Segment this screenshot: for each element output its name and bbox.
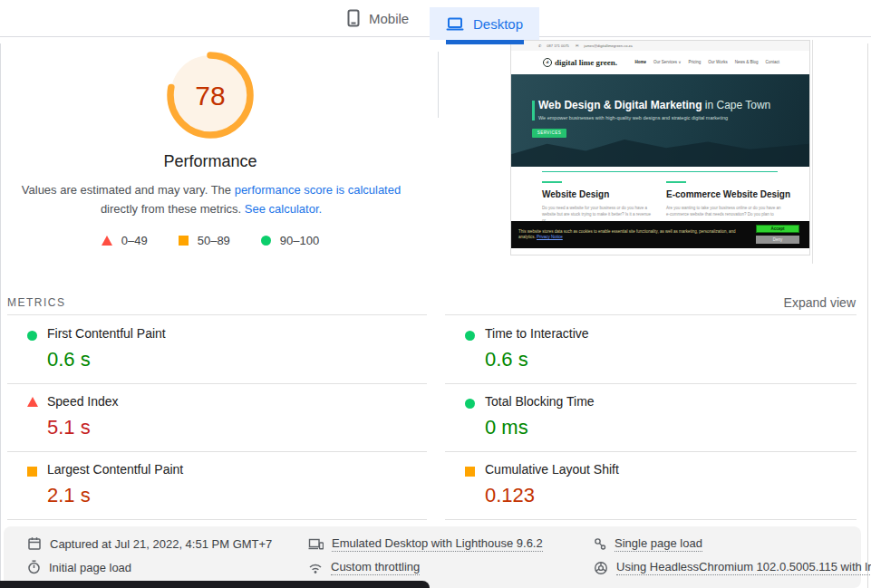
metric-value: 5.1 s bbox=[47, 416, 91, 439]
cookie-banner: This website stores data such as cookies… bbox=[511, 221, 809, 248]
tab-mobile-label: Mobile bbox=[369, 11, 409, 26]
performance-gauge[interactable]: 78 bbox=[167, 52, 254, 139]
env-throttling[interactable]: Custom throttling bbox=[308, 560, 420, 575]
expand-view-button[interactable]: Expand view bbox=[784, 295, 856, 310]
metric-time-to-interactive: Time to Interactive 0.6 s bbox=[445, 315, 856, 384]
tab-mobile[interactable]: Mobile bbox=[347, 0, 409, 36]
network-throttling-icon bbox=[308, 562, 323, 574]
runtime-settings-footer: Captured at Jul 21, 2022, 4:51 PM GMT+7 … bbox=[4, 526, 861, 588]
env-single-load[interactable]: Single page load bbox=[594, 536, 702, 552]
hero-accent-bar bbox=[532, 101, 535, 120]
site-email-icon: ✉ bbox=[576, 43, 578, 48]
env-emulated[interactable]: Emulated Desktop with Lighthouse 9.6.2 bbox=[308, 536, 543, 552]
metric-name: Largest Contentful Paint bbox=[47, 462, 183, 477]
metric-value: 2.1 s bbox=[47, 484, 91, 507]
legend-pass: 90–100 bbox=[261, 234, 319, 247]
final-screenshot-thumbnail[interactable]: ✆087 171 0075 ✉james@digitallimegreen.co… bbox=[510, 40, 810, 255]
score-legend: 0–49 50–89 90–100 bbox=[7, 234, 413, 247]
average-square-icon bbox=[27, 467, 37, 477]
site-nav-items: Home Our Services ∨ Pricing Our Works Ne… bbox=[634, 60, 779, 64]
site-nav-pricing: Pricing bbox=[689, 60, 702, 64]
bottom-overlay-bar bbox=[0, 581, 430, 588]
env-captured: Captured at Jul 21, 2022, 4:51 PM GMT+7 bbox=[27, 536, 272, 551]
env-chromium-label: Using HeadlessChromium 102.0.5005.115 wi… bbox=[616, 560, 871, 575]
lighthouse-report: Mobile Desktop 78 Performance Values are… bbox=[0, 0, 871, 588]
see-calculator-link[interactable]: See calculator. bbox=[245, 202, 322, 216]
single-page-load-icon bbox=[594, 537, 606, 551]
card1-dash bbox=[542, 181, 562, 183]
pass-circle-icon bbox=[27, 331, 37, 341]
metric-value: 0 ms bbox=[485, 416, 528, 439]
average-square-icon bbox=[465, 467, 475, 477]
performance-category-title: Performance bbox=[7, 152, 413, 171]
calculator-link[interactable]: performance score is calculated bbox=[235, 183, 402, 197]
metric-value: 0.6 s bbox=[47, 348, 91, 371]
metric-total-blocking-time: Total Blocking Time 0 ms bbox=[445, 383, 856, 452]
desktop-laptop-icon bbox=[446, 17, 464, 31]
metric-name: Time to Interactive bbox=[485, 326, 589, 341]
stopwatch-icon bbox=[27, 560, 41, 574]
legend-average-range: 50–89 bbox=[198, 234, 230, 247]
metric-value: 0.123 bbox=[485, 484, 535, 507]
section-green-divider bbox=[542, 171, 778, 172]
disclaimer-text-before: Values are estimated and may vary. The bbox=[22, 183, 235, 197]
site-phone-icon: ✆ bbox=[538, 43, 541, 48]
gauge-score: 78 bbox=[195, 81, 225, 111]
env-initial-load-label: Initial page load bbox=[49, 561, 131, 574]
card2-dash bbox=[666, 181, 686, 183]
site-hero: Web Design & Digital Marketing in Cape T… bbox=[511, 74, 809, 167]
site-nav-contact: Contact bbox=[765, 60, 779, 64]
site-nav-home: Home bbox=[634, 60, 646, 64]
average-square-icon bbox=[179, 236, 189, 246]
score-disclaimer: Values are estimated and may vary. The p… bbox=[16, 180, 406, 218]
legend-average: 50–89 bbox=[179, 234, 230, 247]
site-nav-blog: News & Blog bbox=[735, 60, 759, 64]
hero-subtitle: We empower businesses with high-quality … bbox=[538, 115, 728, 120]
site-phone: 087 171 0075 bbox=[547, 43, 568, 48]
tab-desktop[interactable]: Desktop bbox=[430, 7, 539, 40]
hero-title-light: in Cape Town bbox=[702, 99, 770, 111]
tab-desktop-label: Desktop bbox=[473, 16, 523, 32]
site-logo-mark: d bbox=[543, 58, 552, 67]
metric-name: Speed Index bbox=[47, 394, 119, 409]
env-single-load-label: Single page load bbox=[615, 536, 702, 552]
site-navbar: d digital lime green. Home Our Services … bbox=[511, 51, 809, 75]
site-nav-services: Our Services ∨ bbox=[653, 60, 682, 64]
pass-circle-icon bbox=[465, 331, 475, 341]
legend-fail-range: 0–49 bbox=[121, 234, 148, 247]
metric-largest-contentful-paint: Largest Contentful Paint 2.1 s bbox=[7, 451, 427, 520]
metric-name: Cumulative Layout Shift bbox=[485, 462, 619, 477]
tab-active-underline bbox=[446, 40, 524, 44]
thumbnail-scrollbar[interactable] bbox=[812, 40, 813, 264]
metric-cumulative-layout-shift: Cumulative Layout Shift 0.123 bbox=[445, 451, 856, 520]
site-topbar: ✆087 171 0075 ✉james@digitallimegreen.co… bbox=[511, 41, 809, 51]
card2-text: Are you wanting to take your business on… bbox=[666, 205, 782, 217]
metric-name: First Contentful Paint bbox=[47, 326, 166, 341]
page-scrollbar[interactable] bbox=[867, 43, 868, 588]
metric-name: Total Blocking Time bbox=[485, 394, 595, 409]
emulated-device-icon bbox=[308, 537, 324, 551]
metrics-section-title: METRICS bbox=[7, 296, 66, 309]
legend-fail: 0–49 bbox=[102, 234, 148, 247]
site-logo-text: digital lime green. bbox=[555, 58, 617, 67]
hero-services-button: SERVICES bbox=[532, 129, 566, 138]
env-chromium[interactable]: Using HeadlessChromium 102.0.5005.115 wi… bbox=[594, 560, 871, 575]
card1-title: Website Design bbox=[542, 189, 609, 199]
privacy-notice-link: Privacy Notice bbox=[537, 235, 563, 239]
hero-title: Web Design & Digital Marketing in Cape T… bbox=[538, 99, 770, 111]
metric-first-contentful-paint: First Contentful Paint 0.6 s bbox=[7, 315, 427, 384]
cookie-accept-button: Accept bbox=[756, 225, 799, 233]
card2-title: E-commerce Website Design bbox=[666, 189, 790, 199]
calendar-icon bbox=[27, 536, 42, 551]
cookie-text: This website stores data such as cookies… bbox=[518, 229, 740, 240]
hero-title-bold: Web Design & Digital Marketing bbox=[538, 99, 702, 111]
score-section-divider bbox=[438, 52, 439, 118]
report-left-border bbox=[0, 43, 1, 588]
fail-triangle-icon bbox=[27, 397, 38, 407]
mobile-phone-icon bbox=[347, 9, 360, 27]
chromium-icon bbox=[594, 561, 608, 575]
fail-triangle-icon bbox=[102, 236, 112, 246]
env-initial-load: Initial page load bbox=[27, 560, 131, 574]
env-captured-label: Captured at Jul 21, 2022, 4:51 PM GMT+7 bbox=[50, 537, 272, 551]
metric-speed-index: Speed Index 5.1 s bbox=[7, 383, 427, 452]
